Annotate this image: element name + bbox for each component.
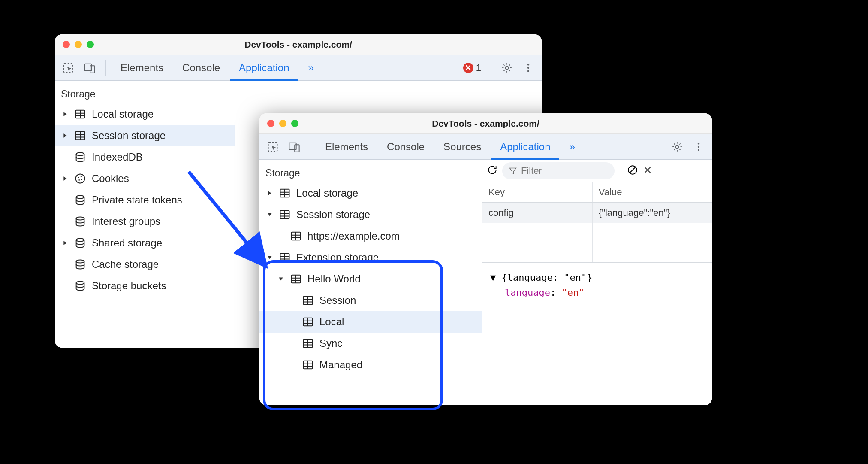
more-icon[interactable]: [691, 140, 706, 154]
tab-console[interactable]: Console: [174, 55, 229, 81]
close-window-dot[interactable]: [63, 41, 70, 48]
tree-item-label: Extension storage: [296, 252, 379, 264]
close-window-dot[interactable]: [267, 120, 274, 127]
storage-content: Key Value config {"language":"en"} ▼ {la…: [482, 160, 712, 405]
tree-item-local-storage[interactable]: Local storage: [55, 103, 235, 125]
tab-console[interactable]: Console: [378, 134, 433, 160]
divider: [621, 164, 621, 178]
storage-sidebar: Storage Local storageSession storagehttp…: [259, 160, 482, 405]
chevron-right-icon: [267, 191, 273, 196]
tree-item-interest-groups[interactable]: Interest groups: [55, 211, 235, 232]
tree-item-session-storage[interactable]: Session storage: [55, 125, 235, 146]
tree-item-local[interactable]: Local: [259, 311, 482, 333]
minimize-window-dot[interactable]: [279, 120, 286, 127]
table-icon: [289, 230, 302, 242]
tabs-overflow[interactable]: »: [561, 134, 584, 160]
devtools-toolbar: Elements Console Application » ✕ 1: [55, 55, 542, 81]
tree-item-label: Hello World: [307, 273, 361, 285]
table-empty-rows: [482, 223, 712, 263]
chevron-down-icon: [278, 276, 284, 282]
cell-key: config: [482, 203, 593, 223]
table-icon: [301, 294, 314, 306]
tree-item-hello-world[interactable]: Hello World: [259, 268, 482, 290]
db-icon: [74, 237, 87, 249]
tree-item-cookies[interactable]: Cookies: [55, 168, 235, 189]
tree-item-managed[interactable]: Managed: [259, 354, 482, 376]
tab-application[interactable]: Application: [491, 134, 559, 160]
minimize-window-dot[interactable]: [75, 41, 82, 48]
table-icon: [301, 316, 314, 328]
titlebar[interactable]: DevTools - example.com/: [55, 34, 542, 55]
cookie-icon: [74, 173, 87, 185]
tree-item-session[interactable]: Session: [259, 290, 482, 311]
json-value: "en": [561, 287, 584, 298]
json-property-row[interactable]: language: "en": [490, 285, 704, 300]
table-icon: [74, 108, 87, 120]
filter-pill[interactable]: [502, 162, 615, 179]
tree-item-label: https://example.com: [307, 230, 400, 242]
db-icon: [74, 194, 87, 206]
tree-item-sync[interactable]: Sync: [259, 333, 482, 354]
json-summary-row[interactable]: ▼ {language: "en"}: [490, 270, 704, 285]
device-toolbar-icon[interactable]: [287, 140, 301, 154]
chevron-right-icon: [63, 240, 69, 246]
storage-table: Key Value config {"language":"en"}: [482, 182, 712, 263]
tree-item-extension-storage[interactable]: Extension storage: [259, 247, 482, 268]
more-icon[interactable]: [521, 61, 536, 75]
tab-elements[interactable]: Elements: [316, 134, 377, 160]
chevron-right-icon: [63, 133, 69, 138]
chevron-right-icon: [63, 176, 69, 181]
tree-item-session-storage[interactable]: Session storage: [259, 204, 482, 225]
table-icon: [74, 130, 87, 142]
storage-section-title: Storage: [259, 164, 482, 182]
tree-item-label: Shared storage: [92, 237, 162, 249]
devtools-window-b: DevTools - example.com/ Elements Console…: [259, 113, 712, 405]
tree-item-storage-buckets[interactable]: Storage buckets: [55, 275, 235, 297]
tree-item-label: Cookies: [92, 173, 129, 185]
tree-item-local-storage[interactable]: Local storage: [259, 182, 482, 204]
col-key[interactable]: Key: [482, 182, 593, 202]
table-icon: [301, 359, 314, 371]
tree-item-https-example-com[interactable]: https://example.com: [259, 225, 482, 247]
gear-icon[interactable]: [500, 61, 514, 75]
error-badge[interactable]: ✕ 1: [463, 62, 481, 73]
tree-item-indexeddb[interactable]: IndexedDB: [55, 146, 235, 168]
gear-icon[interactable]: [670, 140, 684, 154]
tab-elements[interactable]: Elements: [112, 55, 172, 81]
table-row[interactable]: config {"language":"en"}: [482, 203, 712, 223]
storage-section-title: Storage: [55, 85, 235, 103]
cell-value: {"language":"en"}: [593, 203, 712, 223]
tree-item-label: Managed: [319, 359, 362, 371]
divider: [491, 60, 491, 76]
tab-sources[interactable]: Sources: [435, 134, 490, 160]
tabs-overflow[interactable]: »: [300, 55, 322, 81]
tree-item-shared-storage[interactable]: Shared storage: [55, 232, 235, 254]
json-preview: ▼ {language: "en"} language: "en": [482, 263, 712, 307]
tree-item-private-state-tokens[interactable]: Private state tokens: [55, 189, 235, 211]
titlebar[interactable]: DevTools - example.com/: [259, 113, 712, 134]
divider: [105, 60, 106, 76]
error-icon: ✕: [463, 63, 473, 73]
filter-row: [482, 160, 712, 182]
tree-item-cache-storage[interactable]: Cache storage: [55, 254, 235, 275]
chevron-right-icon: [63, 112, 69, 117]
filter-input[interactable]: [521, 165, 607, 176]
divider: [310, 139, 310, 155]
tab-application[interactable]: Application: [230, 55, 298, 81]
tree-item-label: Local storage: [296, 187, 358, 199]
tree-item-label: Interest groups: [92, 215, 160, 227]
error-count: 1: [476, 62, 481, 73]
device-toolbar-icon[interactable]: [82, 61, 97, 75]
zoom-window-dot[interactable]: [291, 120, 298, 127]
inspect-icon[interactable]: [61, 61, 75, 75]
col-value[interactable]: Value: [593, 182, 712, 202]
refresh-icon[interactable]: [487, 164, 498, 177]
clear-all-icon[interactable]: [627, 164, 638, 177]
table-header-row: Key Value: [482, 182, 712, 203]
table-icon: [278, 252, 291, 264]
tree-item-label: Local storage: [92, 108, 154, 120]
json-key: language: [505, 287, 550, 298]
delete-icon[interactable]: [642, 165, 653, 177]
inspect-icon[interactable]: [265, 140, 280, 154]
zoom-window-dot[interactable]: [87, 41, 94, 48]
